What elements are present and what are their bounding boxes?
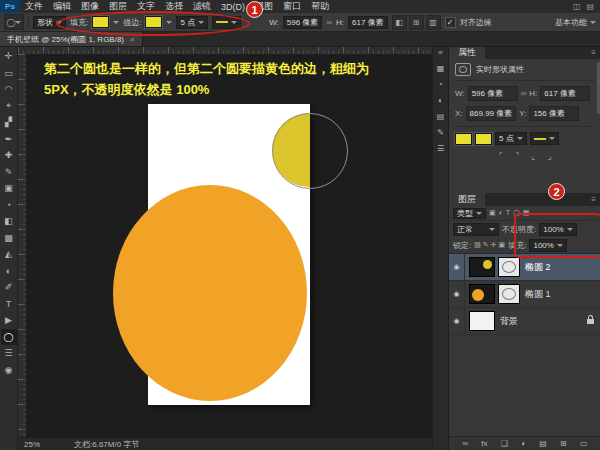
menu-item-filter[interactable]: 滤镜 (188, 0, 216, 13)
menu-item-help[interactable]: 帮助 (306, 0, 334, 13)
eyedropper-tool[interactable]: ✒ (1, 131, 17, 148)
orange-ellipse-shape[interactable] (113, 185, 307, 401)
path-operations-icon[interactable]: ◧ (392, 15, 407, 30)
lock-pixels-icon[interactable]: ✎ (483, 241, 489, 249)
layer-name[interactable]: 椭圆 2 (525, 261, 551, 274)
tool-mode-select[interactable]: 形状 (33, 16, 66, 29)
pen-tool[interactable]: ✐ (1, 279, 17, 296)
quick-selection-tool[interactable]: ⌖ (1, 98, 17, 115)
blur-tool[interactable]: ◭ (1, 246, 17, 263)
adjustments-panel-icon[interactable]: ◐ (438, 97, 443, 105)
hand-tool[interactable]: ☰ (1, 345, 17, 362)
layer-row-ellipse1[interactable]: ◉ 椭圆 1 (449, 281, 600, 308)
healing-brush-tool[interactable]: ✚ (1, 147, 17, 164)
link-dimensions-icon[interactable]: ∞ (326, 18, 332, 27)
zoom-level-field[interactable]: 25% (24, 440, 40, 449)
filter-pixel-icon[interactable]: ▣ (489, 209, 496, 217)
menu-item-3d[interactable]: 3D(D) (216, 2, 250, 12)
document-tab[interactable]: 手机壁纸 @ 25%(椭圆 1, RGB/8) × (0, 32, 143, 46)
panel-menu-icon[interactable]: ≡ (591, 195, 600, 204)
tab-layers[interactable]: 图层 (449, 193, 485, 206)
align-edges-checkbox[interactable]: ✓ (445, 17, 456, 28)
brush-tool[interactable]: ✎ (1, 164, 17, 181)
collapse-dock-icon[interactable]: « (438, 49, 442, 57)
menu-item-select[interactable]: 选择 (160, 0, 188, 13)
move-tool[interactable]: ✛ (1, 48, 17, 65)
fill-opacity-field[interactable]: 100% (529, 239, 566, 252)
history-brush-tool[interactable]: ◔ (1, 197, 17, 214)
fill-color-swatch[interactable] (455, 133, 472, 145)
layer-thumbnail[interactable] (469, 257, 495, 277)
shape-height-field[interactable]: 617 像素 (348, 16, 388, 29)
lock-position-icon[interactable]: ✛ (491, 241, 497, 249)
new-group-icon[interactable]: ▤ (539, 439, 547, 448)
menu-item-image[interactable]: 图像 (76, 0, 104, 13)
close-icon[interactable]: × (130, 35, 135, 44)
clone-stamp-tool[interactable]: ▣ (1, 180, 17, 197)
gradient-tool[interactable]: ▩ (1, 230, 17, 247)
vector-mask-thumbnail[interactable] (498, 257, 520, 277)
layer-row-ellipse2[interactable]: ◉ 椭圆 2 (449, 254, 600, 281)
lasso-tool[interactable]: ◠ (1, 81, 17, 98)
filter-smart-object-icon[interactable]: ▦ (523, 209, 530, 217)
chevron-down-icon[interactable] (166, 21, 172, 24)
corner-radius-br-icon[interactable]: ⌟ (547, 151, 551, 161)
stroke-color-swatch[interactable] (475, 133, 492, 145)
filter-type-icon[interactable]: T (506, 209, 510, 217)
stroke-type-select[interactable] (530, 132, 559, 145)
adjustment-layer-icon[interactable]: ◐ (521, 439, 526, 448)
stroke-type-select[interactable] (212, 16, 241, 29)
visibility-toggle[interactable]: ◉ (449, 254, 465, 280)
link-layers-icon[interactable]: ∞ (462, 439, 468, 448)
menu-item-window[interactable]: 窗口 (278, 0, 306, 13)
menu-item-file[interactable]: 文件 (20, 0, 48, 13)
eraser-tool[interactable]: ◧ (1, 213, 17, 230)
ellipse-shape-tool[interactable]: ◯ (1, 329, 17, 346)
type-tool[interactable]: T (1, 296, 17, 313)
delete-layer-icon[interactable]: ▭ (580, 439, 588, 448)
crop-tool[interactable]: ▞ (1, 114, 17, 131)
path-arrange-icon[interactable]: ▥ (426, 15, 441, 30)
screen-mode-icon[interactable]: ▤ (586, 2, 594, 11)
lock-all-icon[interactable]: ▣ (499, 241, 506, 249)
x-field[interactable]: 869.99 像素 (466, 106, 517, 121)
layer-effects-icon[interactable]: fx (481, 439, 487, 448)
menu-item-type[interactable]: 文字 (132, 0, 160, 13)
ellipse-path-outline[interactable] (272, 113, 348, 189)
panel-menu-icon[interactable]: ≡ (591, 48, 600, 57)
menu-item-edit[interactable]: 编辑 (48, 0, 76, 13)
path-selection-tool[interactable]: ▶ (1, 312, 17, 329)
layer-thumbnail[interactable] (469, 284, 495, 304)
add-mask-icon[interactable]: ❏ (501, 439, 508, 448)
stroke-width-select[interactable]: 5 点 (495, 132, 527, 145)
document-viewport[interactable]: 第二个圆也是一样的，但第二个圆要描黄色的边，粗细为 5PX，不透明度依然是 10… (26, 54, 432, 437)
styles-panel-icon[interactable]: ▤ (437, 113, 445, 121)
layer-thumbnail[interactable] (469, 311, 495, 331)
corner-radius-tl-icon[interactable]: ⌜ (499, 151, 503, 161)
filter-type-select[interactable]: 类型 (453, 208, 486, 219)
shape-width-field[interactable]: 596 像素 (283, 16, 323, 29)
stroke-color-swatch[interactable] (145, 16, 162, 28)
fill-color-swatch[interactable] (92, 16, 109, 28)
marquee-tool[interactable]: ▭ (1, 65, 17, 82)
layer-row-background[interactable]: ◉ 背景 (449, 308, 600, 335)
corner-radius-bl-icon[interactable]: ⌞ (531, 151, 535, 161)
vector-mask-thumbnail[interactable] (498, 284, 520, 304)
visibility-toggle[interactable]: ◉ (449, 281, 465, 307)
new-layer-icon[interactable]: ⊞ (560, 439, 567, 448)
tool-preset-picker[interactable]: ◯ (4, 14, 24, 30)
filter-shape-icon[interactable]: ▢ (513, 209, 520, 217)
arrange-documents-icon[interactable]: ◫ (573, 2, 581, 11)
brush-panel-icon[interactable]: ✎ (437, 129, 444, 137)
tab-properties[interactable]: 属性 (449, 46, 485, 59)
chevron-down-icon[interactable] (113, 21, 119, 24)
character-panel-icon[interactable]: ☰ (437, 145, 444, 153)
layer-name[interactable]: 背景 (500, 315, 518, 328)
corner-radius-tr-icon[interactable]: ⌝ (515, 151, 519, 161)
path-align-icon[interactable]: ⊞ (409, 15, 424, 30)
layer-name[interactable]: 椭圆 1 (525, 288, 551, 301)
blend-mode-select[interactable]: 正常 (453, 223, 499, 236)
visibility-toggle[interactable]: ◉ (449, 308, 465, 334)
stroke-width-select[interactable]: 5 点 (176, 16, 208, 29)
workspace-switcher[interactable]: 基本功能 (555, 17, 596, 28)
